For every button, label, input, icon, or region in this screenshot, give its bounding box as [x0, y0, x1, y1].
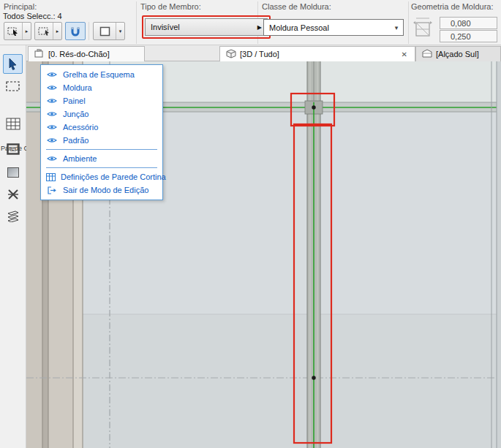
menu-item-accessory[interactable]: Acessório — [41, 121, 162, 134]
scheme-grid-icon — [6, 118, 20, 130]
menu-separator — [46, 167, 157, 168]
eye-icon — [46, 97, 58, 105]
node-handle-top[interactable] — [312, 105, 315, 109]
edit-mode-display-menu: Grelha de Esquema Moldura Painel Junção … — [40, 64, 163, 200]
node-handle-bottom[interactable] — [312, 376, 315, 379]
view-tab-bar: [0. Rés-do-Chão] [3D / Tudo] ✕ [Alçado S… — [26, 45, 501, 61]
eye-icon — [46, 124, 58, 131]
arrow-select-tool[interactable] — [3, 54, 23, 74]
menu-item-pattern[interactable]: Padrão — [41, 134, 162, 147]
settings-table-icon — [46, 173, 56, 181]
application-window: Principal: Todos Selecc.: 4 ▸ ▸ ▾ — [0, 0, 501, 448]
cube-3d-icon — [226, 49, 236, 60]
panel-tool[interactable] — [3, 162, 23, 182]
panel-square-icon — [94, 26, 116, 37]
select-members-button[interactable]: ▸ — [4, 22, 31, 40]
accessory-tool[interactable] — [3, 206, 23, 226]
frame-depth-field[interactable]: 0,250 — [440, 30, 497, 42]
frame-tool[interactable] — [3, 139, 23, 159]
cursor-arrow-icon — [7, 58, 18, 70]
magnet-toggle-button[interactable] — [65, 22, 86, 40]
frame-icon — [7, 143, 20, 155]
marquee-icon — [6, 81, 20, 91]
menu-item-frame[interactable]: Moldura — [41, 81, 162, 94]
tool-sidebar: Parede C — [0, 45, 26, 448]
menu-item-label: Acessório — [63, 123, 98, 132]
cursor-marquee-icon — [4, 26, 22, 37]
toolbar-separator — [408, 1, 409, 44]
toolbar: Principal: Todos Selecc.: 4 ▸ ▸ ▾ — [0, 0, 501, 45]
tab-3d-all[interactable]: [3D / Tudo] ✕ — [219, 46, 415, 61]
menu-separator — [46, 149, 157, 150]
junction-tool[interactable] — [3, 184, 23, 204]
menu-item-label: Definições de Parede Cortina — [61, 172, 166, 181]
dropdown-arrow-icon[interactable]: ▸ — [53, 23, 61, 39]
eye-icon — [46, 137, 58, 144]
junction-icon — [7, 188, 20, 201]
frame-width-field[interactable]: 0,080 — [440, 17, 497, 29]
marquee-cursor-icon — [35, 26, 53, 37]
dropdown-arrow-icon[interactable]: ▾ — [116, 23, 124, 39]
exit-icon — [46, 186, 58, 194]
close-icon[interactable]: ✕ — [400, 50, 409, 58]
member-type-dropdown[interactable]: Invisível ▶ — [145, 18, 268, 36]
panel-display-button[interactable]: ▾ — [93, 22, 125, 40]
eye-icon — [46, 71, 58, 78]
menu-item-label: Junção — [63, 110, 88, 118]
member-type-value: Invisível — [151, 23, 257, 31]
marquee-tool[interactable] — [3, 76, 23, 96]
panel-icon — [7, 167, 20, 178]
eye-icon — [46, 155, 58, 162]
menu-item-panel[interactable]: Painel — [41, 94, 162, 107]
selection-status-text: Todos Selecc.: 4 — [3, 12, 62, 20]
menu-item-label: Ambiente — [63, 154, 97, 163]
menu-item-label: Grelha de Esquema — [63, 70, 135, 79]
dropdown-arrow-icon: ▶ — [257, 24, 262, 31]
tab-label: [Alçado Sul] — [436, 50, 479, 58]
member-type-label: Tipo de Membro: — [140, 2, 201, 11]
frame-geometry-label: Geometria de Moldura: — [411, 2, 494, 11]
vertical-mullion — [305, 61, 323, 448]
menu-item-curtain-wall-settings[interactable]: Definições de Parede Cortina — [41, 170, 162, 183]
eye-icon — [46, 84, 58, 91]
tab-label: [0. Rés-do-Chão] — [48, 50, 110, 58]
frame-width-value: 0,080 — [451, 19, 471, 28]
tutorial-highlight-box: Invisível ▶ — [142, 15, 271, 39]
dropdown-arrow-icon[interactable]: ▸ — [22, 23, 31, 39]
elevation-icon — [422, 49, 432, 59]
combo-chevron-icon: ▾ — [390, 24, 403, 31]
menu-item-label: Moldura — [63, 83, 92, 92]
tab-label: [3D / Tudo] — [240, 50, 279, 58]
story-icon — [34, 49, 45, 59]
accessory-icon — [6, 210, 20, 222]
button-separator — [88, 22, 89, 40]
menu-item-junction[interactable]: Junção — [41, 107, 162, 121]
frame-class-combobox[interactable]: Moldura Pessoal ▾ — [263, 19, 404, 36]
frame-class-label: Classe de Moldura: — [262, 2, 331, 11]
scheme-grid-tool[interactable] — [3, 114, 23, 134]
lower-panel-zone — [26, 314, 501, 448]
menu-item-scheme-grid[interactable]: Grelha de Esquema — [41, 68, 162, 81]
tab-ground-floor[interactable]: [0. Rés-do-Chão] — [28, 46, 145, 61]
magnet-icon — [66, 26, 85, 37]
marquee-select-button[interactable]: ▸ — [34, 22, 62, 40]
menu-item-exit-edit-mode[interactable]: Sair de Modo de Edição — [41, 183, 162, 197]
frame-class-value: Moldura Pessoal — [269, 23, 390, 32]
eye-icon — [46, 110, 58, 118]
frame-depth-value: 0,250 — [451, 32, 471, 41]
principal-section-label: Principal: — [4, 2, 37, 11]
menu-item-environment[interactable]: Ambiente — [41, 152, 162, 165]
menu-item-label: Padrão — [63, 136, 88, 145]
frame-geometry-icon — [412, 17, 435, 43]
tab-south-elevation[interactable]: [Alçado Sul] — [415, 46, 501, 61]
menu-item-label: Painel — [63, 96, 86, 105]
toolbar-separator — [136, 1, 137, 44]
menu-item-label: Sair de Modo de Edição — [63, 186, 148, 194]
